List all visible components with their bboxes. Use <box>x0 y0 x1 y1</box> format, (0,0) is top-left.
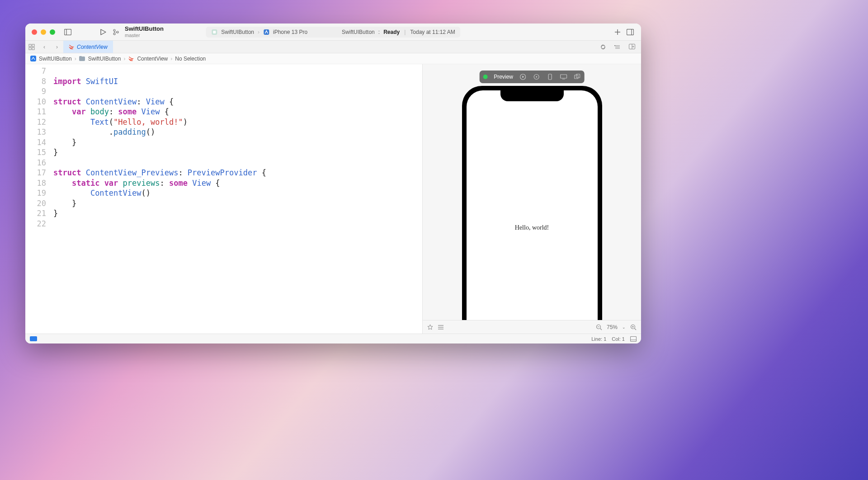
inspect-icon[interactable] <box>533 73 540 80</box>
svg-rect-13 <box>32 44 34 47</box>
zoom-window-button[interactable] <box>50 29 55 35</box>
canvas-footer: 75% ⌄ <box>423 320 641 334</box>
add-editor-icon[interactable] <box>626 44 638 50</box>
activity-status[interactable]: SwiftUIButton › iPhone 13 Pro SwiftUIBut… <box>206 27 460 38</box>
device-frame: Hello, world! <box>462 86 602 320</box>
device-icon <box>263 29 269 35</box>
swift-file-icon <box>69 44 74 50</box>
editor-area: 78910111213141516171819202122 import Swi… <box>25 64 641 334</box>
canvas-preview: Preview Hello, world! <box>422 64 641 334</box>
svg-rect-14 <box>29 47 31 50</box>
preview-text: Hello, world! <box>515 224 549 231</box>
scheme-git-icon[interactable] <box>109 26 122 38</box>
play-icon[interactable] <box>519 73 527 80</box>
project-icon <box>30 56 36 62</box>
related-items-icon[interactable] <box>25 44 38 50</box>
xcode-window: SwiftUIButton master SwiftUIButton › iPh… <box>25 24 641 344</box>
folder-icon <box>79 56 85 62</box>
svg-line-37 <box>600 328 602 330</box>
svg-rect-29 <box>561 75 567 78</box>
device-screen: Hello, world! <box>467 90 598 320</box>
device-notch <box>500 90 564 101</box>
window-controls <box>25 29 61 35</box>
close-window-button[interactable] <box>32 29 37 35</box>
display-icon[interactable] <box>560 73 567 80</box>
canvas-menu-icon[interactable] <box>438 325 444 330</box>
svg-rect-28 <box>548 74 552 80</box>
breadcrumb-folder: SwiftUIButton <box>88 56 121 62</box>
device-settings-icon[interactable] <box>547 73 554 80</box>
canvas-viewport[interactable]: Hello, world! <box>423 64 641 320</box>
cursor-line: Line: 1 <box>591 336 606 342</box>
chevron-right-icon: › <box>258 29 259 35</box>
svg-rect-10 <box>627 29 634 35</box>
pin-preview-icon[interactable] <box>427 324 433 330</box>
source-editor[interactable]: 78910111213141516171819202122 import Swi… <box>25 64 422 334</box>
status-app: SwiftUIButton <box>342 29 375 35</box>
svg-rect-43 <box>631 336 637 341</box>
titlebar: SwiftUIButton master SwiftUIButton › iPh… <box>25 24 641 41</box>
status-bar: Line: 1 Col: 1 <box>25 334 641 344</box>
project-info[interactable]: SwiftUIButton master <box>125 26 193 38</box>
status-state: Ready <box>383 29 400 35</box>
live-indicator-icon <box>483 75 487 79</box>
svg-rect-15 <box>32 47 34 50</box>
jump-bar[interactable]: SwiftUIButton › SwiftUIButton › ContentV… <box>25 53 641 64</box>
minimize-window-button[interactable] <box>41 29 46 35</box>
canvas-mode-label: Preview <box>494 74 513 80</box>
svg-rect-24 <box>30 56 36 61</box>
zoom-out-button[interactable] <box>596 324 602 330</box>
svg-point-2 <box>113 29 115 31</box>
back-button[interactable]: ‹ <box>38 44 51 50</box>
forward-button[interactable]: › <box>51 44 63 50</box>
zoom-dropdown-icon[interactable]: ⌄ <box>622 325 626 329</box>
zoom-in-button[interactable] <box>630 324 637 330</box>
chevron-right-icon: › <box>170 56 172 62</box>
status-time: Today at 11:12 AM <box>410 29 455 35</box>
svg-line-40 <box>635 328 637 330</box>
device-name: iPhone 13 Pro <box>273 29 307 35</box>
breadcrumb-file: ContentView <box>137 56 168 62</box>
toggle-debug-area-icon[interactable] <box>630 336 637 342</box>
toggle-navigator-button[interactable] <box>61 26 74 38</box>
svg-point-4 <box>117 31 118 33</box>
swift-file-icon <box>128 56 134 62</box>
zoom-level[interactable]: 75% <box>607 324 618 330</box>
line-gutter: 78910111213141516171819202122 <box>25 64 51 334</box>
refresh-icon[interactable] <box>597 44 609 50</box>
svg-point-27 <box>536 76 537 78</box>
svg-rect-12 <box>29 44 31 47</box>
chevron-right-icon: › <box>75 56 76 62</box>
toggle-inspector-button[interactable] <box>624 26 637 38</box>
svg-rect-0 <box>65 29 71 35</box>
svg-rect-19 <box>614 45 615 46</box>
run-button[interactable] <box>97 26 109 38</box>
project-name: SwiftUIButton <box>125 26 193 32</box>
tab-label: ContentView <box>77 44 108 50</box>
svg-rect-6 <box>213 31 216 33</box>
tab-contentview[interactable]: ContentView <box>63 41 113 53</box>
canvas-toolbar: Preview <box>479 71 585 83</box>
chevron-right-icon: › <box>123 56 125 62</box>
breadcrumb-selection: No Selection <box>175 56 206 62</box>
code-content[interactable]: import SwiftUIstruct ContentView: View {… <box>51 64 422 334</box>
debug-indicator-icon[interactable] <box>30 336 37 341</box>
breadcrumb-project: SwiftUIButton <box>39 56 72 62</box>
cursor-col: Col: 1 <box>612 336 625 342</box>
variants-icon[interactable] <box>574 73 581 80</box>
tab-bar: ‹ › ContentView <box>25 41 641 53</box>
project-branch: master <box>125 33 193 38</box>
library-button[interactable] <box>611 26 624 38</box>
scheme-icon <box>211 29 217 35</box>
svg-point-3 <box>113 33 115 35</box>
adjust-editor-icon[interactable] <box>611 44 624 50</box>
scheme-name: SwiftUIButton <box>221 29 254 35</box>
